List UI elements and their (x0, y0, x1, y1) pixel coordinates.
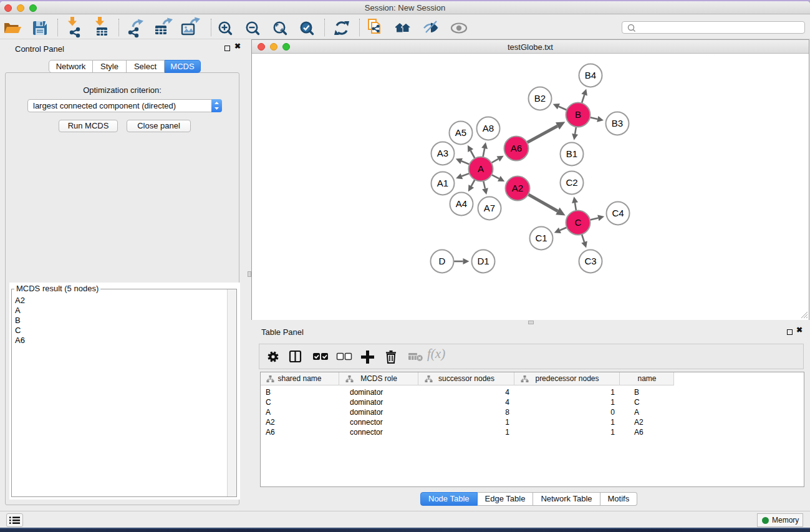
svg-text:C4: C4 (612, 208, 624, 218)
svg-text:A1: A1 (437, 178, 448, 188)
svg-text:A: A (478, 163, 484, 174)
svg-text:B1: B1 (566, 148, 577, 159)
svg-text:A8: A8 (483, 123, 494, 133)
svg-text:C3: C3 (584, 256, 596, 266)
svg-text:B: B (575, 109, 581, 120)
svg-text:A3: A3 (437, 148, 448, 158)
svg-text:A4: A4 (456, 198, 467, 209)
svg-text:C: C (575, 217, 582, 228)
svg-text:D1: D1 (477, 256, 489, 266)
svg-text:B4: B4 (585, 70, 596, 80)
svg-text:A7: A7 (484, 203, 495, 213)
svg-text:C2: C2 (566, 177, 577, 188)
svg-text:B3: B3 (612, 118, 623, 128)
svg-text:B2: B2 (534, 93, 546, 104)
svg-text:D: D (439, 256, 446, 266)
svg-text:A2: A2 (512, 183, 523, 193)
svg-text:A6: A6 (511, 143, 522, 153)
svg-text:C1: C1 (535, 233, 547, 243)
svg-text:A5: A5 (455, 127, 466, 138)
